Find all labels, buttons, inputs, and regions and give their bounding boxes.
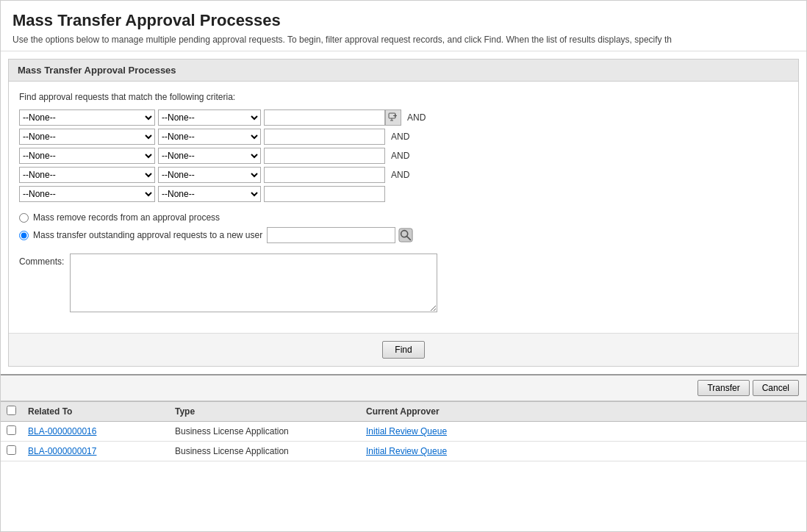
operator-select-4[interactable]: --None--: [158, 167, 261, 183]
and-label-2: AND: [391, 132, 409, 142]
operator-select-5[interactable]: --None--: [158, 186, 261, 202]
new-user-input[interactable]: [267, 227, 395, 243]
comments-section: Comments:: [19, 254, 788, 312]
results-section: Transfer Cancel Related To Type Current …: [1, 374, 806, 461]
row-checkbox-cell: [1, 422, 22, 442]
field-select-1[interactable]: --None--: [19, 109, 155, 126]
row-approver-0: Initial Review Queue: [360, 422, 806, 442]
page-title: Mass Transfer Approval Processes: [12, 11, 795, 30]
value-input-4: [264, 167, 385, 183]
filter-row: --None-- --None--: [19, 109, 788, 126]
header-related-to: Related To: [22, 402, 169, 422]
section-body: Find approval requests that match the fo…: [9, 82, 798, 333]
lookup-button-1[interactable]: [385, 109, 401, 126]
value-field-1[interactable]: [264, 109, 385, 126]
user-search-button[interactable]: [398, 228, 413, 242]
row-checkbox-1[interactable]: [7, 445, 16, 455]
header-current-approver: Current Approver: [360, 402, 806, 422]
row-type-0: Business License Application: [169, 422, 360, 442]
results-toolbar: Transfer Cancel: [1, 375, 806, 401]
filter-rows: --None-- --None--: [19, 109, 788, 202]
option-transfer-row: Mass transfer outstanding approval reque…: [19, 227, 788, 243]
filter-row: --None-- --None-- AND: [19, 129, 788, 145]
row-checkbox-cell: [1, 442, 22, 461]
header-checkbox-cell: [1, 402, 22, 422]
approver-link-1[interactable]: Initial Review Queue: [366, 446, 447, 456]
select-all-checkbox[interactable]: [7, 406, 16, 415]
remove-label[interactable]: Mass remove records from an approval pro…: [33, 212, 220, 223]
related-to-link-0[interactable]: BLA-0000000016: [28, 426, 96, 436]
field-select-2[interactable]: --None--: [19, 129, 155, 145]
criteria-label: Find approval requests that match the fo…: [19, 92, 788, 102]
field-select-4[interactable]: --None--: [19, 167, 155, 183]
find-section: Find: [9, 333, 798, 366]
transfer-button[interactable]: Transfer: [697, 380, 749, 396]
value-field-4[interactable]: [264, 167, 385, 183]
main-panel: Mass Transfer Approval Processes Find ap…: [8, 59, 799, 367]
row-type-1: Business License Application: [169, 442, 360, 461]
filter-row: --None-- --None-- AND: [19, 148, 788, 164]
table-row: BLA-0000000016 Business License Applicat…: [1, 422, 806, 442]
field-select-5[interactable]: --None--: [19, 186, 155, 202]
page-wrapper: Mass Transfer Approval Processes Use the…: [0, 0, 807, 532]
operator-select-3[interactable]: --None--: [158, 148, 261, 164]
transfer-radio[interactable]: [19, 231, 29, 240]
filter-row: --None-- --None-- AND: [19, 167, 788, 183]
value-input-5: [264, 186, 385, 202]
value-field-5[interactable]: [264, 186, 385, 202]
option-remove-row: Mass remove records from an approval pro…: [19, 212, 788, 223]
remove-radio[interactable]: [19, 213, 29, 223]
value-field-3[interactable]: [264, 148, 385, 164]
section-header: Mass Transfer Approval Processes: [9, 60, 798, 82]
approver-link-0[interactable]: Initial Review Queue: [366, 426, 447, 436]
page-description: Use the options below to manage multiple…: [12, 35, 795, 45]
value-input-1: [264, 109, 401, 126]
row-related-to-0: BLA-0000000016: [22, 422, 169, 442]
and-label-4: AND: [391, 170, 409, 180]
page-header: Mass Transfer Approval Processes Use the…: [1, 1, 806, 51]
lookup-icon-1: [388, 112, 398, 123]
header-type: Type: [169, 402, 360, 422]
field-select-3[interactable]: --None--: [19, 148, 155, 164]
operator-select-1[interactable]: --None--: [158, 109, 261, 126]
operator-select-2[interactable]: --None--: [158, 129, 261, 145]
options-section: Mass remove records from an approval pro…: [19, 212, 788, 243]
comments-label: Comments:: [19, 254, 64, 267]
user-search-icon: [398, 228, 413, 242]
filter-row: --None-- --None--: [19, 186, 788, 202]
and-label-3: AND: [391, 151, 409, 161]
row-checkbox-0[interactable]: [7, 425, 16, 435]
table-header-row: Related To Type Current Approver: [1, 402, 806, 422]
and-label-1: AND: [407, 112, 426, 123]
row-approver-1: Initial Review Queue: [360, 442, 806, 461]
value-field-2[interactable]: [264, 129, 385, 145]
transfer-label[interactable]: Mass transfer outstanding approval reque…: [33, 230, 262, 240]
value-input-2: [264, 129, 385, 145]
related-to-link-1[interactable]: BLA-0000000017: [28, 446, 96, 456]
table-row: BLA-0000000017 Business License Applicat…: [1, 442, 806, 461]
user-input-wrap: [267, 227, 413, 243]
value-input-3: [264, 148, 385, 164]
cancel-button[interactable]: Cancel: [753, 380, 799, 396]
results-table: Related To Type Current Approver BLA-000…: [1, 401, 806, 461]
row-related-to-1: BLA-0000000017: [22, 442, 169, 461]
comments-textarea[interactable]: [70, 254, 437, 312]
find-button[interactable]: Find: [382, 341, 424, 359]
